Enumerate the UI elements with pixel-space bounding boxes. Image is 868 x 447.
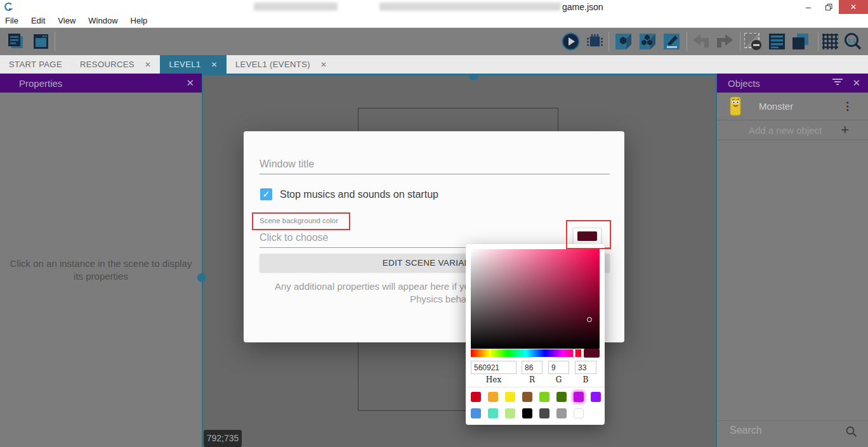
properties-panel-title: Properties — [19, 78, 62, 89]
play-icon[interactable] — [562, 32, 580, 51]
object-list-item-monster[interactable]: Monster ⋮ — [717, 93, 868, 120]
debug-icon[interactable] — [586, 32, 604, 51]
search-icon — [845, 425, 858, 438]
close-button[interactable]: ✕ — [839, 0, 868, 14]
preset-swatch[interactable] — [539, 408, 549, 418]
blurred-title-segment — [254, 3, 338, 11]
blurred-path-segment — [379, 3, 561, 11]
preset-swatch[interactable] — [574, 392, 584, 402]
instances-list-icon[interactable] — [768, 32, 786, 51]
objects-panel: Monster ⋮ Add a new object + — [717, 93, 868, 447]
properties-panel-header: Properties ✕ — [0, 74, 202, 93]
tab-level1-events[interactable]: LEVEL1 (EVENTS)✕ — [227, 55, 336, 74]
b-input[interactable] — [575, 361, 596, 374]
properties-empty-message: Click on an instance in the scene to dis… — [6, 257, 195, 283]
close-tab-icon[interactable]: ✕ — [211, 60, 217, 69]
window-title-field[interactable] — [260, 159, 577, 170]
tab-bar: START PAGE RESOURCES✕ LEVEL1✕ LEVEL1 (EV… — [0, 55, 868, 74]
click-to-choose-field[interactable]: Click to choose — [260, 232, 329, 243]
objects-panel-header: Objects ✕ — [717, 74, 868, 93]
hue-slider[interactable] — [471, 349, 581, 357]
b-label: B — [575, 375, 596, 384]
close-tab-icon[interactable]: ✕ — [320, 60, 327, 69]
scroll-handle-left[interactable] — [197, 273, 206, 282]
hex-label: Hex — [471, 375, 516, 384]
saturation-pointer[interactable] — [587, 317, 592, 322]
menu-view[interactable]: View — [51, 14, 82, 28]
add-instances-icon[interactable] — [638, 32, 657, 51]
hex-input[interactable] — [471, 361, 516, 374]
preset-swatch[interactable] — [556, 392, 567, 402]
cursor-coordinates-badge: 792;735 — [204, 430, 242, 447]
objects-panel-title: Objects — [728, 78, 760, 89]
annotation-rect-scene-background-color — [252, 212, 350, 230]
helper-text-line1: Any additional properties will appear he… — [275, 281, 475, 292]
gdevelop-logo-icon — [4, 2, 14, 12]
menu-help[interactable]: Help — [124, 14, 154, 28]
object-menu-icon[interactable]: ⋮ — [842, 100, 853, 113]
close-tab-icon[interactable]: ✕ — [145, 60, 151, 69]
menu-window[interactable]: Window — [82, 14, 124, 28]
preset-swatch[interactable] — [488, 392, 498, 402]
toolbar: 1:1 — [0, 28, 868, 55]
object-name: Monster — [759, 101, 793, 112]
annotation-rect-color-swatch — [566, 220, 611, 249]
plus-icon[interactable]: + — [841, 122, 849, 138]
tab-resources[interactable]: RESOURCES✕ — [71, 55, 160, 74]
preset-swatch[interactable] — [471, 392, 481, 402]
redo-icon[interactable] — [716, 32, 734, 51]
preset-swatch[interactable] — [556, 408, 567, 418]
close-panel-icon[interactable]: ✕ — [186, 77, 194, 89]
g-input[interactable] — [548, 361, 569, 374]
title-bar: game.json – ✕ — [0, 0, 868, 14]
tab-level1[interactable]: LEVEL1✕ — [160, 55, 227, 74]
close-panel-icon[interactable]: ✕ — [852, 77, 860, 89]
menu-edit[interactable]: Edit — [25, 14, 51, 28]
preset-swatch[interactable] — [522, 392, 532, 402]
grid-icon[interactable] — [821, 32, 839, 51]
tab-start-page[interactable]: START PAGE — [0, 55, 71, 74]
preset-swatch[interactable] — [591, 392, 601, 402]
layers-icon[interactable] — [791, 32, 810, 51]
stop-music-checkbox[interactable]: ✓ — [260, 188, 272, 200]
preset-swatch[interactable] — [505, 408, 515, 418]
r-input[interactable] — [522, 361, 542, 374]
r-label: R — [522, 375, 542, 384]
preset-swatch[interactable] — [471, 408, 481, 418]
preset-swatch[interactable] — [574, 408, 584, 418]
restore-icon — [825, 4, 832, 11]
search-input[interactable] — [730, 425, 831, 436]
object-search-bar — [717, 420, 868, 443]
saturation-gradient-area[interactable] — [471, 249, 600, 349]
field-underline — [260, 174, 610, 174]
toggle-mask-icon[interactable] — [744, 32, 762, 51]
window-title: game.json — [562, 2, 603, 12]
edit-scene-icon[interactable] — [662, 32, 681, 51]
zoom-1-1-icon[interactable]: 1:1 — [844, 32, 862, 51]
start-page-icon[interactable] — [32, 32, 50, 51]
color-picker-popover: Hex R G B — [466, 244, 605, 425]
add-object-icon[interactable] — [614, 32, 633, 51]
project-manager-icon[interactable] — [6, 32, 25, 51]
hue-slider-handle[interactable] — [573, 349, 575, 358]
picker-current-color — [584, 349, 600, 358]
menu-file[interactable]: File — [0, 14, 25, 28]
preset-swatch[interactable] — [488, 408, 498, 418]
restore-button[interactable] — [819, 0, 839, 14]
preset-swatch[interactable] — [505, 392, 515, 402]
undo-icon[interactable] — [692, 32, 710, 51]
g-label: G — [548, 375, 569, 384]
preset-swatch[interactable] — [522, 408, 532, 418]
monster-sprite-icon — [727, 96, 744, 117]
app-window: game.json – ✕ File Edit View Window Help — [0, 0, 868, 447]
add-object-row[interactable]: Add a new object + — [717, 120, 868, 140]
menu-bar: File Edit View Window Help — [0, 14, 868, 28]
preset-swatch[interactable] — [539, 392, 549, 402]
filter-icon[interactable] — [832, 79, 843, 87]
stop-music-label: Stop musics and sounds on startup — [280, 189, 438, 200]
svg-text:1:1: 1:1 — [848, 37, 856, 44]
minimize-button[interactable]: – — [798, 0, 819, 14]
properties-panel: Click on an instance in the scene to dis… — [0, 93, 202, 447]
picker-divider — [466, 387, 605, 387]
